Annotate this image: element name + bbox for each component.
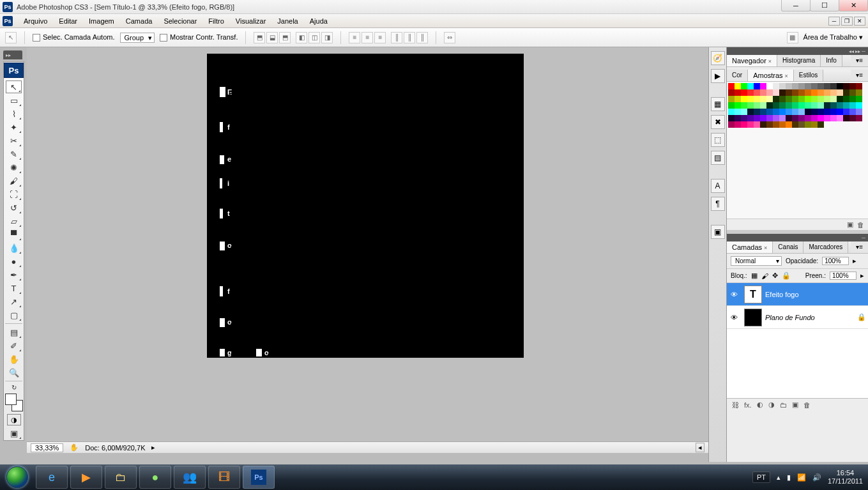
fill-flyout-icon[interactable]: ▸	[860, 272, 864, 280]
close-button[interactable]: ✕	[839, 0, 868, 11]
character-dock-icon[interactable]: A	[711, 179, 725, 193]
color-swatch[interactable]	[849, 89, 856, 96]
color-swatch[interactable]	[818, 89, 824, 96]
color-swatch[interactable]	[766, 115, 773, 121]
layer-row[interactable]: 👁 T Efeito fogo	[727, 283, 868, 306]
dist-right-icon[interactable]: ║	[416, 32, 428, 43]
color-swatch[interactable]	[849, 83, 856, 89]
quick-mask-button[interactable]: ◑	[7, 414, 21, 425]
tab-cor[interactable]: Cor	[727, 70, 748, 81]
color-swatch[interactable]	[811, 109, 818, 115]
taskbar-photoshop[interactable]: Ps	[243, 466, 275, 489]
brush-dock-icon[interactable]: ▶	[711, 69, 725, 83]
link-layers-icon[interactable]: ⛓	[732, 401, 739, 409]
dodge-tool[interactable]: ●	[6, 255, 22, 268]
color-swatch[interactable]	[830, 109, 837, 115]
color-swatch[interactable]	[773, 115, 779, 121]
color-swatch[interactable]	[805, 83, 811, 89]
menu-arquivo[interactable]: Arquivo	[18, 15, 53, 27]
color-swatch[interactable]	[798, 83, 805, 89]
layer-visibility-icon[interactable]: 👁	[727, 291, 741, 298]
history-brush-tool[interactable]: ↺	[6, 201, 22, 214]
color-swatch[interactable]	[760, 115, 766, 121]
color-swatch[interactable]	[786, 115, 792, 121]
color-swatch[interactable]	[754, 109, 760, 115]
color-swatch[interactable]	[735, 121, 741, 128]
color-swatch[interactable]	[766, 89, 773, 96]
pen-tool[interactable]: ✒	[6, 268, 22, 281]
color-swatch[interactable]	[798, 115, 805, 121]
align-vcenter-icon[interactable]: ⬓	[266, 32, 278, 43]
color-swatch[interactable]	[792, 83, 798, 89]
color-swatch[interactable]	[818, 102, 824, 109]
lock-position-icon[interactable]: ✥	[772, 272, 778, 280]
lock-all-icon[interactable]: 🔒	[782, 272, 791, 280]
color-swatch[interactable]	[773, 83, 779, 89]
scrollbar-left-icon[interactable]: ◂	[696, 443, 704, 452]
taskbar-app2[interactable]: 👥	[174, 466, 206, 489]
move-tool[interactable]: ↖	[6, 80, 22, 93]
path-select-tool[interactable]: ↗	[6, 295, 22, 308]
color-swatch[interactable]	[779, 96, 786, 102]
color-swatch[interactable]	[824, 115, 830, 121]
opacity-field[interactable]: 100%	[822, 257, 849, 265]
color-swatch[interactable]	[818, 109, 824, 115]
layer-thumbnail[interactable]	[744, 309, 762, 326]
color-swatch[interactable]	[843, 109, 849, 115]
shape-tool[interactable]: ▢	[6, 309, 22, 321]
color-swatch[interactable]	[849, 115, 856, 121]
new-swatch-icon[interactable]: ▣	[847, 220, 853, 229]
layer-comps-dock-icon[interactable]: ⬚	[711, 133, 725, 147]
notes-tool[interactable]: ▤	[6, 326, 22, 339]
color-swatch[interactable]	[837, 89, 843, 96]
type-tool[interactable]: T	[6, 282, 22, 295]
color-swatch[interactable]	[747, 115, 754, 121]
swatch-grid[interactable]	[727, 82, 868, 129]
color-swatch[interactable]	[754, 102, 760, 109]
color-swatch[interactable]	[747, 83, 754, 89]
color-swatch[interactable]	[741, 115, 747, 121]
color-swatch[interactable]	[843, 96, 849, 102]
color-swatch[interactable]	[818, 121, 824, 128]
color-swatch[interactable]	[773, 96, 779, 102]
color-swatch[interactable]	[792, 96, 798, 102]
color-swatch[interactable]	[798, 96, 805, 102]
color-swatch[interactable]	[811, 115, 818, 121]
taskbar-ie[interactable]: e	[36, 466, 68, 489]
menu-filtro[interactable]: Filtro	[202, 15, 229, 27]
layer-thumbnail[interactable]: T	[744, 286, 762, 303]
color-swatch[interactable]	[728, 102, 735, 109]
color-swatch[interactable]	[779, 121, 786, 128]
eraser-tool[interactable]: ▱	[6, 215, 22, 227]
mdi-close-button[interactable]: ✕	[854, 17, 865, 26]
color-swatch[interactable]	[760, 109, 766, 115]
mdi-minimize-button[interactable]: ─	[828, 17, 840, 26]
paragraph-dock-icon[interactable]: ¶	[711, 197, 725, 211]
color-swatch[interactable]	[786, 89, 792, 96]
auto-align-icon[interactable]: ⇔	[444, 32, 455, 43]
color-swatch[interactable]	[773, 121, 779, 128]
move-tool-icon[interactable]: ↖	[5, 32, 17, 43]
color-swatch[interactable]	[843, 83, 849, 89]
menu-visualizar[interactable]: Visualizar	[230, 15, 272, 27]
color-swatch[interactable]	[760, 96, 766, 102]
menu-selecionar[interactable]: Selecionar	[158, 15, 202, 27]
color-swatch[interactable]	[798, 102, 805, 109]
color-swatch[interactable]	[754, 121, 760, 128]
toolbox-collapse-tab[interactable]	[3, 50, 22, 59]
blur-tool[interactable]: 💧	[6, 241, 22, 254]
taskbar-app1[interactable]: ●	[139, 466, 171, 489]
tab-info[interactable]: Info	[821, 55, 842, 66]
color-swatch[interactable]	[798, 89, 805, 96]
clock[interactable]: 16:54 17/11/2011	[828, 469, 863, 486]
lock-transparency-icon[interactable]: ▦	[751, 272, 758, 280]
dist-left-icon[interactable]: ║	[391, 32, 402, 43]
color-swatch[interactable]	[766, 121, 773, 128]
color-swatch[interactable]	[779, 83, 786, 89]
color-swatch[interactable]	[792, 109, 798, 115]
color-swatch[interactable]	[735, 102, 741, 109]
align-bottom-icon[interactable]: ⬒	[279, 32, 291, 43]
color-swatch[interactable]	[805, 109, 811, 115]
color-swatch[interactable]	[741, 121, 747, 128]
color-swatch[interactable]	[856, 83, 862, 89]
